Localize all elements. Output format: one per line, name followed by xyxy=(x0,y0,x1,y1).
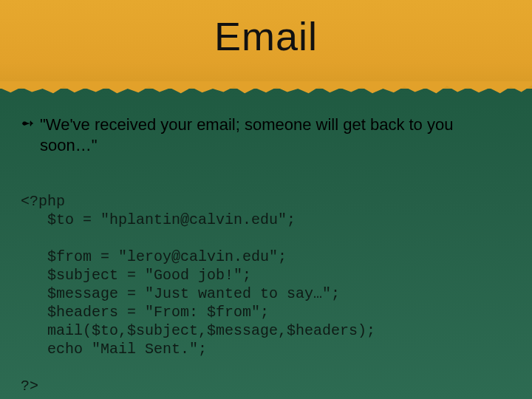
code-line: $subject = "Good job!"; xyxy=(21,267,251,284)
bullet-icon: ➻ xyxy=(21,115,34,132)
bullet-text: "We've received your email; someone will… xyxy=(40,115,511,155)
code-line: mail($to,$subject,$message,$headers); xyxy=(21,322,375,339)
code-line: $headers = "From: $from"; xyxy=(21,304,269,321)
slide-title: Email xyxy=(0,13,532,59)
code-line: $message = "Just wanted to say…"; xyxy=(21,285,340,302)
code-block: <?php $to = "hplantin@calvin.edu"; $from… xyxy=(21,192,511,395)
slide-content: ➻ "We've received your email; someone wi… xyxy=(21,115,511,395)
ragged-edge xyxy=(0,81,532,95)
code-line: echo "Mail Sent."; xyxy=(21,341,207,358)
code-line: <?php xyxy=(21,193,65,210)
code-line: $from = "leroy@calvin.edu"; xyxy=(21,248,287,265)
code-line: $to = "hplantin@calvin.edu"; xyxy=(21,211,296,228)
code-line: ?> xyxy=(21,378,38,395)
bullet-item: ➻ "We've received your email; someone wi… xyxy=(21,115,511,155)
